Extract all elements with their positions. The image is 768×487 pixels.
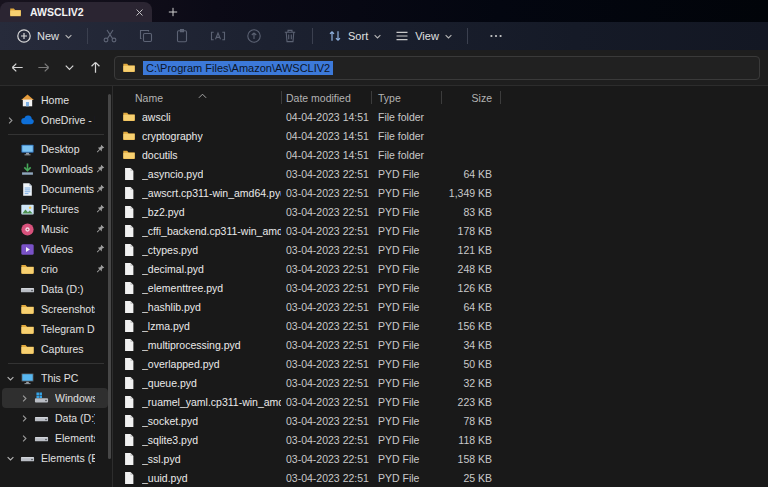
file-name-cell: _lzma.pyd <box>113 319 281 333</box>
sidebar-item[interactable]: Screenshots <box>2 299 108 319</box>
chevron-icon[interactable] <box>6 224 20 234</box>
new-button-label: New <box>37 30 59 42</box>
nav-button[interactable] <box>31 56 55 80</box>
toolbar-action-button[interactable] <box>280 25 300 47</box>
chevron-icon[interactable] <box>6 95 20 105</box>
chevron-icon[interactable] <box>6 264 20 274</box>
chevron-icon[interactable] <box>6 164 20 174</box>
toolbar-action-button[interactable] <box>244 25 264 47</box>
file-row[interactable]: _ctypes.pyd 03-04-2023 22:51 PYD File 12… <box>113 240 768 259</box>
chevron-icon[interactable] <box>6 324 20 334</box>
column-header-type[interactable]: Type <box>371 92 441 104</box>
toolbar-action-button[interactable] <box>136 25 156 47</box>
address-bar[interactable]: C:\Program Files\Amazon\AWSCLIV2 <box>114 56 760 80</box>
sidebar-item[interactable]: Videos <box>2 239 108 259</box>
chevron-icon[interactable] <box>6 244 20 254</box>
file-type: PYD File <box>371 301 441 313</box>
nav-button[interactable] <box>83 56 107 80</box>
clipboard-actions <box>100 25 300 47</box>
column-header-size[interactable]: Size <box>441 92 500 104</box>
chevron-right-icon[interactable] <box>6 115 20 125</box>
file-row[interactable]: _overlapped.pyd 03-04-2023 22:51 PYD Fil… <box>113 354 768 373</box>
sidebar-item[interactable]: crio <box>2 259 108 279</box>
file-row[interactable]: _ssl.pyd 03-04-2023 22:51 PYD File 158 K… <box>113 449 768 468</box>
sidebar-item[interactable]: Data (D:) <box>2 408 108 428</box>
chevron-right-icon[interactable] <box>20 413 34 423</box>
sidebar-item[interactable]: This PC <box>2 368 108 388</box>
column-divider[interactable] <box>500 91 501 104</box>
file-row[interactable]: _sqlite3.pyd 03-04-2023 22:51 PYD File 1… <box>113 430 768 449</box>
file-row[interactable]: _socket.pyd 03-04-2023 22:51 PYD File 78… <box>113 411 768 430</box>
sort-icon <box>327 28 343 44</box>
pin-icon <box>95 164 105 174</box>
file-type: PYD File <box>371 168 441 180</box>
file-row[interactable]: _asyncio.pyd 03-04-2023 22:51 PYD File 6… <box>113 164 768 183</box>
toolbar-action-button[interactable] <box>208 25 228 47</box>
new-tab-button[interactable] <box>164 3 180 19</box>
ellipsis-icon <box>488 28 504 44</box>
chevron-icon[interactable] <box>6 284 20 294</box>
file-row[interactable]: _ruamel_yaml.cp311-win_amd64.pyd 03-04-2… <box>113 392 768 411</box>
sidebar-item[interactable]: Elements (E:) <box>2 428 108 448</box>
file-date-modified: 03-04-2023 22:51 <box>281 225 371 237</box>
view-button[interactable]: View <box>388 25 459 47</box>
nav-button[interactable] <box>5 56 29 80</box>
chevron-down-icon[interactable] <box>6 453 20 463</box>
sidebar-item[interactable]: Home <box>2 90 108 110</box>
chevron-down-icon[interactable] <box>6 373 20 383</box>
file-row[interactable]: _elementtree.pyd 03-04-2023 22:51 PYD Fi… <box>113 278 768 297</box>
file-icon <box>122 300 136 314</box>
file-row[interactable]: _bz2.pyd 03-04-2023 22:51 PYD File 83 KB <box>113 202 768 221</box>
file-date-modified: 03-04-2023 22:51 <box>281 301 371 313</box>
file-row[interactable]: _multiprocessing.pyd 03-04-2023 22:51 PY… <box>113 335 768 354</box>
file-row[interactable]: _hashlib.pyd 03-04-2023 22:51 PYD File 6… <box>113 297 768 316</box>
tab-close-button[interactable] <box>131 4 147 20</box>
file-row[interactable]: _cffi_backend.cp311-win_amd64.pyd 03-04-… <box>113 221 768 240</box>
column-divider[interactable] <box>441 91 442 104</box>
see-more-button[interactable] <box>482 25 510 47</box>
file-row[interactable]: _lzma.pyd 03-04-2023 22:51 PYD File 156 … <box>113 316 768 335</box>
toolbar-action-button[interactable] <box>100 25 120 47</box>
toolbar-action-button[interactable] <box>172 25 192 47</box>
chevron-icon[interactable] <box>6 344 20 354</box>
explorer-tab[interactable]: AWSCLIV2 <box>0 2 152 22</box>
column-divider[interactable] <box>371 91 372 104</box>
sort-button[interactable]: Sort <box>321 25 388 47</box>
sidebar-item[interactable]: Elements (E:) <box>2 448 108 468</box>
column-divider[interactable] <box>281 91 282 104</box>
file-name-cell: docutils <box>113 148 281 162</box>
sidebar-item-label: Home <box>41 94 95 106</box>
chevron-icon[interactable] <box>6 184 20 194</box>
sidebar-item[interactable]: Telegram Desktop <box>2 319 108 339</box>
sidebar-item[interactable]: Captures <box>2 339 108 359</box>
file-name-cell: _elementtree.pyd <box>113 281 281 295</box>
nav-button[interactable] <box>57 56 81 80</box>
file-row[interactable]: _decimal.pyd 03-04-2023 22:51 PYD File 2… <box>113 259 768 278</box>
column-header-date-modified[interactable]: Date modified <box>281 92 371 104</box>
file-row[interactable]: _uuid.pyd 03-04-2023 22:51 PYD File 25 K… <box>113 468 768 487</box>
sidebar-item[interactable]: Downloads <box>2 159 108 179</box>
sidebar-item[interactable]: Pictures <box>2 199 108 219</box>
sidebar-item[interactable]: Windows (C:) <box>2 388 108 408</box>
chevron-right-icon[interactable] <box>20 393 34 403</box>
file-date-modified: 03-04-2023 22:51 <box>281 358 371 370</box>
chevron-right-icon[interactable] <box>20 433 34 443</box>
sidebar-item-label: Captures <box>41 343 95 355</box>
file-row[interactable]: _queue.pyd 03-04-2023 22:51 PYD File 32 … <box>113 373 768 392</box>
column-header-name[interactable]: Name <box>113 92 281 104</box>
file-row[interactable]: awscli 04-04-2023 14:51 File folder <box>113 107 768 126</box>
chevron-icon[interactable] <box>6 204 20 214</box>
new-button[interactable]: New <box>10 25 79 47</box>
sidebar-scrollbar[interactable] <box>108 94 111 459</box>
sidebar-item[interactable]: Data (D:) <box>2 279 108 299</box>
chevron-icon[interactable] <box>6 144 20 154</box>
chevron-icon[interactable] <box>6 304 20 314</box>
file-row[interactable]: _awscrt.cp311-win_amd64.pyd 03-04-2023 2… <box>113 183 768 202</box>
sidebar-item[interactable]: OneDrive - Persona <box>2 110 108 130</box>
sidebar-item[interactable]: Desktop <box>2 139 108 159</box>
sidebar-item[interactable]: Documents <box>2 179 108 199</box>
file-row[interactable]: docutils 04-04-2023 14:51 File folder <box>113 145 768 164</box>
file-row[interactable]: cryptography 04-04-2023 14:51 File folde… <box>113 126 768 145</box>
sidebar-item[interactable]: Music <box>2 219 108 239</box>
file-name: _awscrt.cp311-win_amd64.pyd <box>142 187 281 199</box>
